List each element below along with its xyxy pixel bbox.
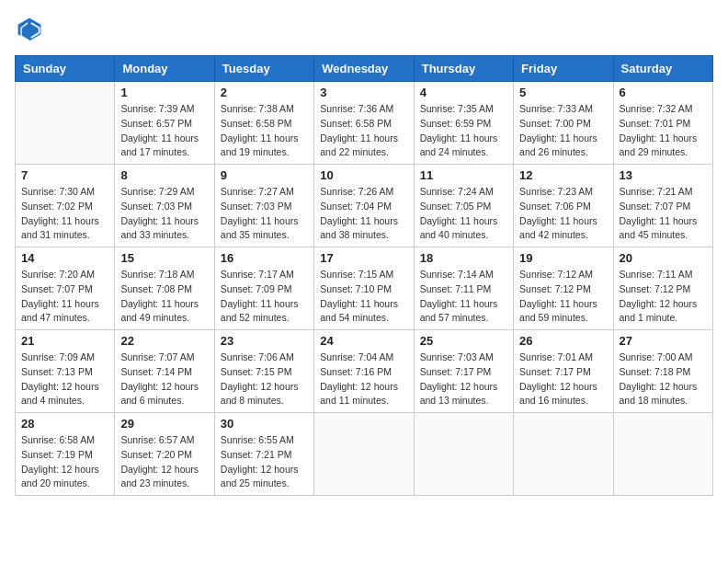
day-number: 25 — [420, 334, 507, 348]
day-info: Sunrise: 6:55 AM Sunset: 7:21 PM Dayligh… — [221, 433, 308, 491]
day-number: 24 — [320, 334, 407, 348]
day-info: Sunrise: 7:35 AM Sunset: 6:59 PM Dayligh… — [420, 102, 507, 160]
day-number: 13 — [620, 168, 707, 182]
calendar-day-cell: 5Sunrise: 7:33 AM Sunset: 7:00 PM Daylig… — [514, 82, 613, 165]
day-info: Sunrise: 7:01 AM Sunset: 7:17 PM Dayligh… — [519, 350, 607, 408]
day-number: 7 — [21, 168, 108, 182]
day-number: 3 — [320, 86, 407, 99]
day-info: Sunrise: 7:20 AM Sunset: 7:07 PM Dayligh… — [21, 268, 108, 326]
day-number: 17 — [320, 251, 407, 265]
calendar-day-cell: 17Sunrise: 7:15 AM Sunset: 7:10 PM Dayli… — [314, 247, 414, 330]
calendar-day-cell: 18Sunrise: 7:14 AM Sunset: 7:11 PM Dayli… — [414, 247, 513, 330]
day-number: 9 — [221, 168, 308, 182]
weekday-header: Wednesday — [314, 56, 414, 82]
calendar-day-cell: 10Sunrise: 7:26 AM Sunset: 7:04 PM Dayli… — [314, 165, 414, 247]
day-info: Sunrise: 7:04 AM Sunset: 7:16 PM Dayligh… — [320, 350, 407, 408]
calendar-day-cell: 9Sunrise: 7:27 AM Sunset: 7:03 PM Daylig… — [214, 165, 313, 247]
calendar-week-row: 14Sunrise: 7:20 AM Sunset: 7:07 PM Dayli… — [16, 247, 713, 330]
day-info: Sunrise: 7:12 AM Sunset: 7:12 PM Dayligh… — [519, 268, 607, 326]
calendar-day-cell: 22Sunrise: 7:07 AM Sunset: 7:14 PM Dayli… — [115, 330, 214, 413]
weekday-header: Thursday — [414, 56, 513, 82]
day-number: 22 — [120, 334, 208, 348]
day-info: Sunrise: 7:39 AM Sunset: 6:57 PM Dayligh… — [120, 102, 208, 160]
day-number: 4 — [420, 86, 507, 99]
day-info: Sunrise: 6:58 AM Sunset: 7:19 PM Dayligh… — [21, 433, 108, 491]
day-info: Sunrise: 7:38 AM Sunset: 6:58 PM Dayligh… — [221, 102, 308, 160]
calendar-day-cell: 8Sunrise: 7:29 AM Sunset: 7:03 PM Daylig… — [115, 165, 214, 247]
day-number: 26 — [519, 334, 607, 348]
day-info: Sunrise: 7:36 AM Sunset: 6:58 PM Dayligh… — [320, 102, 407, 160]
calendar-table: SundayMondayTuesdayWednesdayThursdayFrid… — [15, 55, 713, 496]
day-info: Sunrise: 7:24 AM Sunset: 7:05 PM Dayligh… — [420, 185, 507, 243]
calendar-day-cell: 28Sunrise: 6:58 AM Sunset: 7:19 PM Dayli… — [16, 413, 115, 496]
weekday-header: Monday — [115, 56, 214, 82]
calendar-day-cell: 19Sunrise: 7:12 AM Sunset: 7:12 PM Dayli… — [514, 247, 613, 330]
weekday-header: Sunday — [16, 56, 115, 82]
day-info: Sunrise: 7:06 AM Sunset: 7:15 PM Dayligh… — [221, 350, 308, 408]
day-number: 11 — [420, 168, 507, 182]
calendar-day-cell — [314, 413, 414, 496]
logo — [15, 15, 48, 44]
calendar-day-cell: 15Sunrise: 7:18 AM Sunset: 7:08 PM Dayli… — [115, 247, 214, 330]
calendar-day-cell: 26Sunrise: 7:01 AM Sunset: 7:17 PM Dayli… — [514, 330, 613, 413]
calendar-day-cell: 13Sunrise: 7:21 AM Sunset: 7:07 PM Dayli… — [613, 165, 712, 247]
calendar-day-cell — [514, 413, 613, 496]
day-number: 12 — [519, 168, 607, 182]
calendar-day-cell: 7Sunrise: 7:30 AM Sunset: 7:02 PM Daylig… — [16, 165, 115, 247]
day-number: 14 — [21, 251, 108, 265]
weekday-header: Friday — [514, 56, 613, 82]
calendar-day-cell: 16Sunrise: 7:17 AM Sunset: 7:09 PM Dayli… — [214, 247, 313, 330]
weekday-header: Saturday — [613, 56, 712, 82]
calendar-day-cell: 30Sunrise: 6:55 AM Sunset: 7:21 PM Dayli… — [214, 413, 313, 496]
day-number: 18 — [420, 251, 507, 265]
day-number: 27 — [620, 334, 707, 348]
day-info: Sunrise: 7:30 AM Sunset: 7:02 PM Dayligh… — [21, 185, 108, 243]
day-number: 20 — [620, 251, 707, 265]
day-info: Sunrise: 7:27 AM Sunset: 7:03 PM Dayligh… — [221, 185, 308, 243]
calendar-day-cell: 3Sunrise: 7:36 AM Sunset: 6:58 PM Daylig… — [314, 82, 414, 165]
day-number: 6 — [620, 86, 707, 99]
calendar-day-cell: 11Sunrise: 7:24 AM Sunset: 7:05 PM Dayli… — [414, 165, 513, 247]
day-number: 1 — [120, 86, 208, 99]
day-number: 15 — [120, 251, 208, 265]
day-info: Sunrise: 7:17 AM Sunset: 7:09 PM Dayligh… — [221, 268, 308, 326]
day-number: 29 — [120, 417, 208, 431]
day-number: 5 — [519, 86, 607, 99]
calendar-day-cell: 20Sunrise: 7:11 AM Sunset: 7:12 PM Dayli… — [613, 247, 712, 330]
day-number: 16 — [221, 251, 308, 265]
weekday-header: Tuesday — [214, 56, 313, 82]
page-header — [15, 15, 713, 44]
calendar-day-cell: 4Sunrise: 7:35 AM Sunset: 6:59 PM Daylig… — [414, 82, 513, 165]
day-info: Sunrise: 7:15 AM Sunset: 7:10 PM Dayligh… — [320, 268, 407, 326]
day-info: Sunrise: 7:00 AM Sunset: 7:18 PM Dayligh… — [620, 350, 707, 408]
day-number: 2 — [221, 86, 308, 99]
day-info: Sunrise: 7:23 AM Sunset: 7:06 PM Dayligh… — [519, 185, 607, 243]
calendar-day-cell: 21Sunrise: 7:09 AM Sunset: 7:13 PM Dayli… — [16, 330, 115, 413]
calendar-day-cell: 2Sunrise: 7:38 AM Sunset: 6:58 PM Daylig… — [214, 82, 313, 165]
calendar-day-cell: 23Sunrise: 7:06 AM Sunset: 7:15 PM Dayli… — [214, 330, 313, 413]
calendar-day-cell — [414, 413, 513, 496]
day-info: Sunrise: 7:14 AM Sunset: 7:11 PM Dayligh… — [420, 268, 507, 326]
calendar-day-cell: 24Sunrise: 7:04 AM Sunset: 7:16 PM Dayli… — [314, 330, 414, 413]
day-number: 21 — [21, 334, 108, 348]
day-number: 28 — [21, 417, 108, 431]
day-info: Sunrise: 7:26 AM Sunset: 7:04 PM Dayligh… — [320, 185, 407, 243]
calendar-week-row: 21Sunrise: 7:09 AM Sunset: 7:13 PM Dayli… — [16, 330, 713, 413]
logo-icon — [15, 15, 44, 44]
day-info: Sunrise: 7:07 AM Sunset: 7:14 PM Dayligh… — [120, 350, 208, 408]
day-number: 8 — [120, 168, 208, 182]
day-info: Sunrise: 6:57 AM Sunset: 7:20 PM Dayligh… — [120, 433, 208, 491]
calendar-day-cell: 29Sunrise: 6:57 AM Sunset: 7:20 PM Dayli… — [115, 413, 214, 496]
day-number: 23 — [221, 334, 308, 348]
calendar-day-cell: 12Sunrise: 7:23 AM Sunset: 7:06 PM Dayli… — [514, 165, 613, 247]
calendar-header-row: SundayMondayTuesdayWednesdayThursdayFrid… — [16, 56, 713, 82]
calendar-day-cell: 1Sunrise: 7:39 AM Sunset: 6:57 PM Daylig… — [115, 82, 214, 165]
day-number: 10 — [320, 168, 407, 182]
calendar-day-cell — [16, 82, 115, 165]
day-number: 30 — [221, 417, 308, 431]
calendar-day-cell: 27Sunrise: 7:00 AM Sunset: 7:18 PM Dayli… — [613, 330, 712, 413]
calendar-week-row: 7Sunrise: 7:30 AM Sunset: 7:02 PM Daylig… — [16, 165, 713, 247]
day-info: Sunrise: 7:32 AM Sunset: 7:01 PM Dayligh… — [620, 102, 707, 160]
day-info: Sunrise: 7:21 AM Sunset: 7:07 PM Dayligh… — [620, 185, 707, 243]
day-info: Sunrise: 7:03 AM Sunset: 7:17 PM Dayligh… — [420, 350, 507, 408]
